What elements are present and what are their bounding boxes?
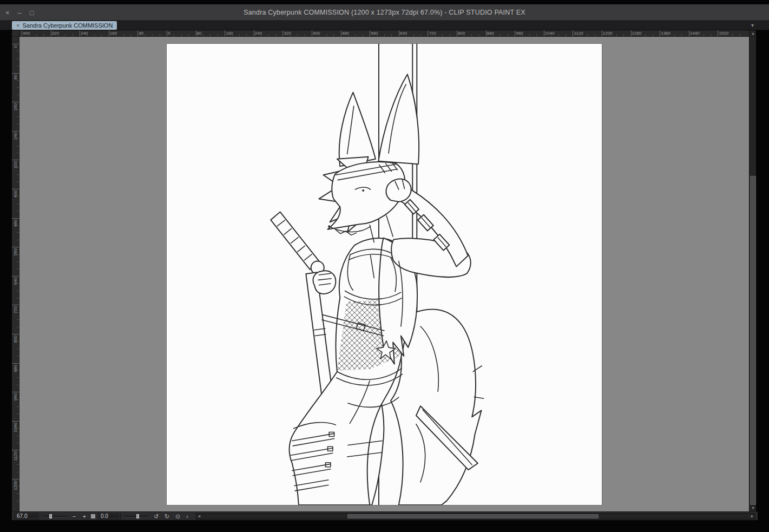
minimize-window-icon[interactable]: – [18, 9, 22, 16]
ruler-tick [312, 30, 312, 36]
canvas-viewport[interactable] [19, 37, 749, 511]
document-tab[interactable]: × Sandra Cyberpunk COMMISSION [12, 21, 117, 30]
ruler-minor-tick [587, 34, 588, 36]
rotate-ccw-icon[interactable]: ↺ [152, 513, 160, 520]
ruler-minor-tick [17, 428, 19, 429]
zoom-value-box[interactable]: 67.0 [14, 513, 39, 520]
scroll-up-icon[interactable]: ▲ [750, 30, 757, 37]
ruler-minor-tick [363, 34, 363, 36]
ruler-minor-tick [101, 34, 102, 36]
ruler-tick [12, 131, 19, 132]
ruler-minor-tick [450, 34, 450, 36]
close-window-icon[interactable]: × [5, 9, 10, 16]
collapse-toolbar-icon[interactable]: ‹ [185, 513, 190, 520]
ruler-minor-tick [17, 319, 19, 320]
ruler-tick-label: 1040 [13, 423, 18, 432]
vertical-scrollbar[interactable]: ▲ ▼ [749, 30, 756, 511]
ruler-minor-tick [391, 34, 392, 36]
ruler-tick [544, 30, 544, 36]
ruler-minor-tick [17, 146, 19, 146]
ruler-minor-tick [17, 261, 19, 262]
rotation-slider-handle[interactable] [136, 514, 139, 518]
ruler-tick [486, 30, 487, 36]
rotate-cw-icon[interactable]: ↻ [163, 513, 171, 520]
ruler-minor-tick [188, 34, 189, 36]
title-bar: Sandra Cyberpunk COMMISSION (1200 x 1273… [0, 4, 769, 21]
ruler-minor-tick [17, 486, 19, 487]
ruler-minor-tick [17, 406, 19, 407]
ruler-tick [12, 392, 19, 392]
ruler-tick [718, 30, 718, 36]
ruler-minor-tick [740, 34, 740, 36]
ruler-minor-tick [17, 341, 19, 341]
maximize-window-icon[interactable]: □ [30, 9, 34, 16]
scroll-right-icon[interactable]: ► [750, 514, 755, 519]
ruler-minor-tick [17, 87, 19, 88]
zoom-slider-handle[interactable] [49, 514, 52, 518]
ruler-minor-tick [17, 232, 19, 233]
ruler-minor-tick [17, 80, 19, 81]
ruler-minor-tick [17, 312, 19, 313]
ruler-minor-tick [681, 34, 682, 36]
ruler-minor-tick [261, 34, 261, 36]
window-title: Sandra Cyberpunk COMMISSION (1200 x 1273… [0, 4, 769, 21]
ruler-minor-tick [17, 443, 19, 443]
ruler-minor-tick [17, 58, 19, 59]
zoom-in-button[interactable]: + [81, 513, 88, 520]
zoom-slider[interactable] [42, 513, 68, 520]
document-canvas[interactable] [167, 44, 602, 505]
ruler-minor-tick [595, 34, 595, 36]
ruler-minor-tick [116, 34, 116, 36]
rotation-slider[interactable] [123, 513, 149, 520]
tab-close-icon[interactable]: × [16, 23, 19, 29]
reset-view-icon[interactable]: ⊙ [174, 513, 182, 520]
ruler-minor-tick [43, 34, 44, 36]
tab-label: Sandra Cyberpunk COMMISSION [22, 23, 113, 29]
ruler-minor-tick [551, 34, 551, 36]
ruler-minor-tick [696, 34, 696, 36]
ruler-tick [12, 218, 19, 219]
ruler-tick [370, 30, 370, 36]
horizontal-scrollbar-thumb[interactable] [347, 514, 599, 518]
ruler-minor-tick [442, 34, 443, 36]
ruler-minor-tick [536, 34, 537, 36]
ruler-minor-tick [522, 34, 523, 36]
ruler-tick [225, 30, 225, 36]
ruler-minor-tick [210, 34, 211, 36]
actual-size-icon[interactable] [91, 514, 95, 518]
ruler-minor-tick [616, 34, 617, 36]
ruler-minor-tick [17, 472, 19, 472]
zoom-out-button[interactable]: − [70, 513, 78, 520]
ruler-minor-tick [17, 356, 19, 356]
scroll-down-icon[interactable]: ▼ [750, 505, 757, 511]
ruler-minor-tick [17, 240, 19, 240]
status-bar: 67.0 − + 0.0 ↺ ↻ ⊙ ‹ ◄ ► [12, 511, 758, 520]
ruler-tick-label: 80 [13, 75, 18, 80]
ruler-tick [137, 30, 138, 36]
ruler-minor-tick [435, 34, 436, 36]
ruler-minor-tick [17, 413, 19, 414]
ruler-tick [515, 30, 515, 36]
rotation-value-box[interactable]: 0.0 [98, 513, 121, 520]
ruler-minor-tick [218, 34, 218, 36]
ruler-minor-tick [500, 34, 501, 36]
ruler-minor-tick [29, 34, 29, 36]
ruler-minor-tick [232, 34, 233, 36]
ruler-minor-tick [653, 34, 653, 36]
ruler-minor-tick [529, 34, 530, 36]
ruler-tick [12, 73, 19, 74]
ruler-tick [12, 421, 19, 422]
vertical-scrollbar-thumb[interactable] [750, 176, 756, 505]
ruler-tick [12, 479, 19, 480]
ruler-tick [12, 247, 19, 247]
ruler-minor-tick [17, 436, 19, 436]
horizontal-ruler: 4003202401608008016024032040048056064072… [19, 30, 749, 37]
ruler-minor-tick [203, 34, 203, 36]
ruler-minor-tick [17, 283, 19, 284]
scroll-left-icon[interactable]: ◄ [196, 514, 202, 519]
ruler-tick [51, 30, 51, 36]
ruler-minor-tick [17, 494, 19, 494]
tab-list-chevron-icon[interactable]: ▾ [751, 21, 754, 30]
ruler-minor-tick [17, 457, 19, 458]
horizontal-scrollbar[interactable]: ◄ ► [196, 513, 755, 520]
